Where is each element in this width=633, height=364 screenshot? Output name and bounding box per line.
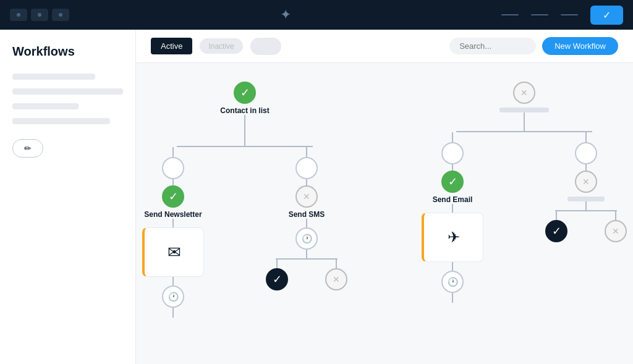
content-area: Active Inactive New Workflow — [136, 30, 633, 364]
em-clock-circle[interactable]: 🕐 — [441, 271, 464, 293]
send-sms-label: Send SMS — [289, 210, 325, 219]
vline-sms — [306, 147, 307, 157]
sms-clock-circle[interactable]: 🕐 — [295, 227, 318, 250]
contact-in-list-icon: ✓ — [234, 82, 256, 104]
send-email-icon[interactable]: ✓ — [441, 171, 464, 193]
subbranch-newsletter: ✓ Send Newsletter ✉ 🕐 — [142, 147, 204, 318]
right-sub-branches: ✓ Send Email ✈ 🕐 — [422, 132, 627, 303]
vline-sms4 — [306, 250, 307, 258]
branch-newsletter: ✓ Send Newsletter ✉ 🕐 — [142, 133, 347, 318]
em-top-circle[interactable] — [441, 142, 464, 164]
tab-active[interactable]: Active — [151, 38, 192, 54]
subbranch-sms: ✕ Send SMS 🕐 — [266, 147, 347, 318]
vline-ux — [615, 211, 616, 220]
sub-branches-left: ✓ Send Newsletter ✉ 🕐 — [142, 147, 347, 318]
send-newsletter-label: Send Newsletter — [144, 210, 202, 219]
vline-sms2 — [306, 179, 307, 185]
vline-nl — [172, 147, 174, 157]
vline-em5 — [452, 293, 453, 303]
hline-sms-l — [276, 258, 307, 260]
sidebar: Workflows ✏ — [0, 30, 136, 364]
send-newsletter-icon[interactable]: ✓ — [162, 185, 184, 208]
edit-icon: ✏ — [24, 143, 32, 153]
newsletter-card[interactable]: ✉ — [142, 227, 204, 277]
vline-sms3 — [306, 219, 307, 227]
tab-inactive[interactable]: Inactive — [200, 38, 242, 54]
confirm-icon: ✓ — [603, 9, 611, 21]
branch-split-left: ✓ Send Newsletter ✉ 🕐 — [142, 133, 347, 318]
unk-top-circle[interactable] — [575, 142, 597, 164]
unk-child-check: ✓ — [545, 211, 567, 242]
sidebar-title: Workflows — [12, 44, 123, 59]
workflow-canvas[interactable]: ✓ Contact in list — [136, 63, 633, 364]
confirm-button[interactable]: ✓ — [590, 6, 623, 25]
email-card[interactable]: ✈ — [422, 213, 483, 262]
vline-unk — [585, 132, 587, 142]
sms-sub-split — [276, 258, 338, 260]
nl-top-circle[interactable] — [162, 157, 184, 179]
email-card-icon: ✈ — [448, 229, 460, 246]
vline-root — [244, 115, 245, 133]
vline-unk2 — [585, 164, 587, 171]
right-workflow-tree: ✕ — [422, 82, 627, 318]
content-header: Active Inactive New Workflow — [136, 30, 633, 63]
topbar-line-2 — [531, 14, 548, 15]
sms-children: ✓ ✕ — [266, 260, 347, 290]
topbar-logo: ✦ — [280, 7, 291, 23]
unk-x-icon[interactable]: ✕ — [605, 220, 627, 242]
unk-icon[interactable]: ✕ — [575, 171, 597, 193]
right-root-icon: ✕ — [513, 82, 535, 104]
sms-x-icon[interactable]: ✕ — [325, 268, 347, 290]
root-node-contact-in-list[interactable]: ✓ Contact in list — [220, 82, 269, 115]
vline-em3 — [452, 204, 453, 213]
right-root-label-bar — [499, 108, 549, 112]
newsletter-card-icon: ✉ — [168, 243, 181, 262]
sms-check-icon[interactable]: ✓ — [266, 268, 288, 290]
hline-sms-r — [307, 258, 338, 260]
topbar: ✦ ✓ — [0, 0, 633, 30]
vline-scheck — [276, 260, 278, 268]
vline-ucheck — [556, 211, 557, 220]
topbar-dot-2[interactable] — [31, 9, 48, 21]
subbranch-unknown: ✕ ✓ — [545, 132, 627, 303]
topbar-line-3 — [561, 14, 578, 15]
vline-em — [452, 132, 453, 142]
new-workflow-button[interactable]: New Workflow — [542, 37, 618, 55]
subbranch-email: ✓ Send Email ✈ 🕐 — [422, 132, 483, 303]
unk-child-x: ✕ — [605, 211, 627, 242]
tab-draft[interactable] — [250, 38, 281, 55]
vline-unk3 — [585, 201, 587, 210]
right-root-node[interactable]: ✕ — [499, 82, 549, 112]
unk-label-bar — [567, 197, 605, 201]
vline-nl5 — [172, 308, 174, 318]
topbar-right: ✓ — [501, 6, 623, 25]
topbar-left-controls — [10, 9, 69, 21]
sidebar-item-3[interactable] — [12, 103, 79, 109]
search-input[interactable] — [449, 38, 536, 54]
unk-check-icon[interactable]: ✓ — [545, 220, 567, 242]
sidebar-item-1[interactable] — [12, 74, 95, 80]
vline-newsletter-top — [244, 133, 245, 146]
topbar-dot-3[interactable] — [52, 9, 69, 21]
sidebar-item-2[interactable] — [12, 88, 123, 95]
vline-sx — [336, 260, 337, 268]
contact-in-list-label: Contact in list — [220, 106, 269, 115]
main-layout: Workflows ✏ Active Inactive Ne — [0, 30, 633, 364]
sidebar-item-4[interactable] — [12, 118, 110, 124]
sms-child-check: ✓ — [266, 260, 288, 290]
topbar-dot-1[interactable] — [10, 9, 27, 21]
topbar-line-1 — [501, 14, 519, 15]
vline-rroot — [524, 112, 525, 131]
header-right: New Workflow — [449, 37, 618, 55]
sms-child-x: ✕ — [325, 260, 347, 290]
vline-nl2 — [172, 179, 174, 185]
edit-button[interactable]: ✏ — [12, 139, 43, 158]
nl-clock-circle[interactable]: 🕐 — [162, 286, 184, 308]
send-email-label: Send Email — [433, 195, 473, 204]
unk-children: ✓ ✕ — [545, 211, 627, 242]
header-tabs: Active Inactive — [151, 38, 281, 55]
sms-top-circle[interactable] — [295, 157, 318, 179]
vline-nl4 — [172, 277, 174, 286]
vline-nl3 — [172, 219, 174, 227]
send-sms-icon[interactable]: ✕ — [295, 185, 318, 208]
